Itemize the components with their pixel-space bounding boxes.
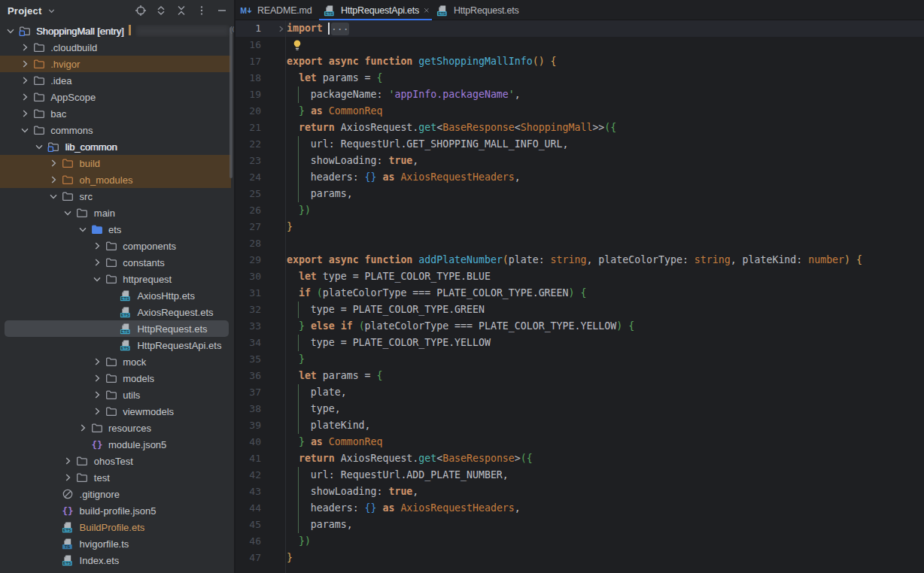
expand-all-icon[interactable]	[155, 5, 167, 17]
code-line-33[interactable]: } else if (plateColorType === PLATE_COLO…	[287, 318, 634, 335]
tree-item-shoppingmall[interactable]: ShoppingMall [entry](0	[0, 23, 231, 39]
code-line-40[interactable]: } as CommonReq	[287, 434, 383, 450]
tree-item-ohostest[interactable]: ohosTest	[0, 453, 231, 469]
tree-item-axiosrequest-ets[interactable]: ETSAxiosRequest.ets	[0, 304, 231, 320]
code-line-34[interactable]: type = PLATE_COLOR_TYPE.YELLOW	[287, 335, 491, 351]
locate-icon[interactable]	[135, 5, 147, 17]
chevron-right-icon[interactable]	[90, 238, 104, 254]
code-line-29[interactable]: export async function addPlateNumber(pla…	[287, 252, 862, 268]
code-line-46[interactable]: })	[287, 533, 311, 550]
tree-item-idea[interactable]: .idea	[0, 72, 231, 89]
code-line-24[interactable]: headers: {} as AxiosRequestHeaders,	[287, 169, 521, 186]
tree-item-build-profile-json5[interactable]: {}build-profile.json5	[0, 502, 231, 519]
tree-item-models[interactable]: models	[0, 370, 231, 387]
chevron-right-icon[interactable]	[47, 171, 61, 188]
chevron-right-icon[interactable]	[17, 72, 32, 89]
code-editor[interactable]: 1import ...1617export async function get…	[236, 20, 924, 573]
fold-expand-icon[interactable]	[275, 20, 286, 37]
chevron-down-icon[interactable]	[75, 221, 90, 238]
tree-item-buildprofile-ets[interactable]: ETSBuildProfile.ets	[0, 519, 231, 535]
tree-item-src[interactable]: src	[0, 188, 231, 205]
code-line-37[interactable]: plate,	[287, 384, 347, 401]
code-line-47[interactable]: }	[287, 550, 293, 566]
code-line-31[interactable]: if (plateColorType === PLATE_COLOR_TYPE.…	[287, 285, 586, 302]
tree-item-utils[interactable]: utils	[0, 387, 231, 403]
tree-item-commons[interactable]: commons	[0, 122, 231, 138]
tree-item-constants[interactable]: constants	[0, 254, 231, 271]
chevron-right-icon[interactable]	[90, 353, 104, 370]
code-line-45[interactable]: params,	[287, 517, 353, 533]
folded-imports-placeholder[interactable]: ...	[331, 23, 350, 35]
code-line-21[interactable]: return AxiosRequest.get<BaseResponse<Sho…	[287, 120, 616, 136]
tab-readme-md[interactable]: MREADME.md	[236, 0, 319, 20]
tree-item-hvigorfile-ts[interactable]: TShvigorfile.ts	[0, 535, 231, 552]
tree-item-httprequestapi-ets[interactable]: ETSHttpRequestApi.ets	[0, 337, 231, 353]
code-line-43[interactable]: showLoading: true,	[287, 484, 418, 500]
chevron-right-icon[interactable]	[90, 254, 104, 271]
hide-icon[interactable]	[216, 5, 228, 17]
code-line-36[interactable]: let params = {	[287, 368, 383, 384]
code-line-39[interactable]: plateKind,	[287, 417, 371, 434]
tree-item-index-ets[interactable]: ETSIndex.ets	[0, 552, 231, 568]
chevron-right-icon[interactable]	[17, 105, 32, 122]
chevron-down-icon[interactable]	[90, 271, 104, 287]
chevron-right-icon[interactable]	[90, 387, 104, 403]
code-line-26[interactable]: })	[287, 202, 311, 219]
tree-scrollbar-thumb[interactable]	[229, 27, 233, 178]
code-line-25[interactable]: params,	[287, 186, 353, 202]
tree-item-ets[interactable]: ets	[0, 221, 231, 238]
tree-item-main[interactable]: main	[0, 205, 231, 221]
close-icon[interactable]	[422, 6, 431, 15]
code-line-22[interactable]: url: RequestUrl.GET_SHOPPING_MALL_INFO_U…	[287, 136, 569, 153]
tab-httprequest-ets[interactable]: ETSHttpRequest.ets	[432, 0, 522, 20]
code-line-42[interactable]: url: RequestUrl.ADD_PLATE_NUMBER,	[287, 467, 509, 484]
chevron-down-icon[interactable]	[17, 122, 32, 138]
chevron-right-icon[interactable]	[75, 420, 90, 436]
tree-item-lib-common[interactable]: lib_common	[0, 138, 231, 155]
tree-item-mock[interactable]: mock	[0, 353, 231, 370]
chevron-down-icon[interactable]	[3, 23, 17, 39]
tree-item-cloudbuild[interactable]: .cloudbuild	[0, 39, 231, 56]
code-line-30[interactable]: let type = PLATE_COLOR_TYPE.BLUE	[287, 268, 491, 285]
chevron-right-icon[interactable]	[17, 39, 32, 56]
code-line-17[interactable]: export async function getShoppingMallInf…	[287, 53, 557, 70]
code-line-1[interactable]: import	[287, 20, 329, 37]
chevron-down-icon[interactable]	[32, 138, 46, 155]
code-line-38[interactable]: type,	[287, 401, 341, 417]
tree-item-build[interactable]: build	[0, 155, 231, 171]
chevron-right-icon[interactable]	[90, 370, 104, 387]
code-line-20[interactable]: } as CommonReq	[287, 103, 383, 120]
tree-item-httprequest-ets[interactable]: ETSHttpRequest.ets	[0, 320, 231, 337]
chevron-down-icon[interactable]	[47, 188, 61, 205]
code-line-32[interactable]: type = PLATE_COLOR_TYPE.GREEN	[287, 302, 485, 318]
intention-bulb-icon[interactable]	[291, 39, 303, 51]
code-line-35[interactable]: }	[287, 351, 305, 368]
chevron-right-icon[interactable]	[61, 469, 75, 486]
code-line-18[interactable]: let params = {	[287, 70, 383, 86]
tree-item-appscope[interactable]: AppScope	[0, 89, 231, 105]
tree-item-components[interactable]: components	[0, 238, 231, 254]
tree-item-viewmodels[interactable]: viewmodels	[0, 403, 231, 420]
tree-item-axioshttp-ets[interactable]: ETSAxiosHttp.ets	[0, 287, 231, 304]
code-line-23[interactable]: showLoading: true,	[287, 153, 418, 169]
tree-item-bac[interactable]: bac	[0, 105, 231, 122]
tab-httprequestapi-ets[interactable]: ETSHttpRequestApi.ets	[319, 0, 432, 20]
code-line-44[interactable]: headers: {} as AxiosRequestHeaders,	[287, 500, 521, 517]
collapse-all-icon[interactable]	[175, 5, 187, 17]
tree-item-test[interactable]: test	[0, 469, 231, 486]
code-line-19[interactable]: packageName: 'appInfo.packageName',	[287, 86, 521, 103]
chevron-down-icon[interactable]	[47, 6, 56, 16]
project-panel-title[interactable]: Project	[8, 5, 41, 17]
tree-item-oh-modules[interactable]: oh_modules	[0, 171, 231, 188]
tree-item-gitignore[interactable]: .gitignore	[0, 486, 231, 502]
tree-item-hvigor[interactable]: .hvigor	[0, 56, 231, 72]
chevron-right-icon[interactable]	[17, 89, 32, 105]
chevron-down-icon[interactable]	[61, 205, 75, 221]
code-line-41[interactable]: return AxiosRequest.get<BaseResponse>({	[287, 450, 533, 467]
more-icon[interactable]	[196, 5, 208, 17]
chevron-right-icon[interactable]	[90, 403, 104, 420]
tree-item-resources[interactable]: resources	[0, 420, 231, 436]
chevron-right-icon[interactable]	[17, 56, 32, 72]
chevron-right-icon[interactable]	[47, 155, 61, 171]
chevron-right-icon[interactable]	[61, 453, 75, 469]
